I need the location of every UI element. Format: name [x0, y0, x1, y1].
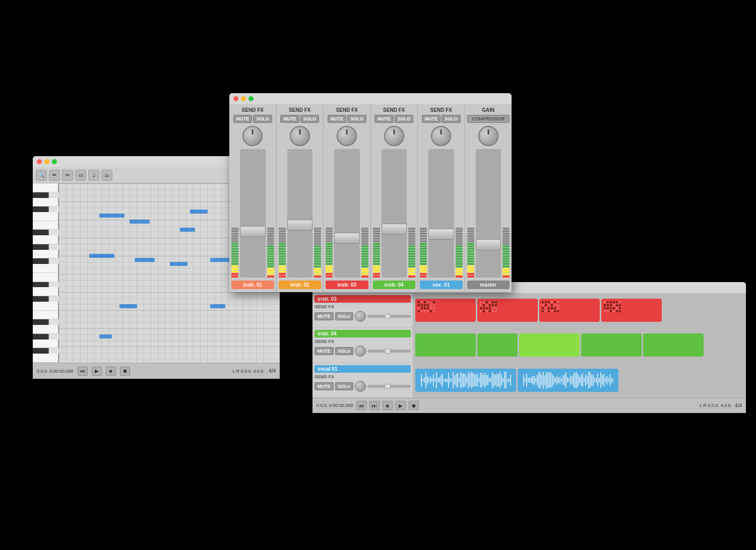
piano-key-black[interactable] [33, 192, 49, 198]
compressor-btn[interactable]: COMPRESSOR [467, 115, 510, 123]
clip[interactable] [477, 299, 538, 322]
pencil-tool[interactable]: ✏ [49, 170, 60, 181]
channel-knob[interactable] [242, 126, 263, 146]
solo-btn[interactable]: SOLO [347, 115, 366, 123]
piano-key[interactable] [33, 273, 59, 282]
fader-track[interactable] [287, 149, 313, 278]
rewind-btn[interactable]: ⏮ [356, 401, 366, 410]
record-btn[interactable]: ⏺ [409, 401, 419, 410]
fader-thumb[interactable] [240, 226, 266, 237]
mute-btn[interactable]: MUTE [328, 115, 347, 123]
piano-key[interactable] [33, 325, 59, 334]
piano-key[interactable] [33, 339, 59, 349]
track-solo-btn[interactable]: SOLo [335, 347, 353, 355]
fader-track[interactable] [428, 149, 454, 278]
piano-key-black[interactable] [33, 334, 49, 339]
track-mute-btn[interactable]: MUTE [314, 382, 334, 390]
note[interactable] [130, 220, 150, 224]
mute-btn[interactable]: MUTE [374, 115, 394, 123]
fader-thumb[interactable] [428, 229, 454, 240]
minimize-btn[interactable] [241, 96, 246, 101]
solo-btn[interactable]: SOLO [395, 115, 414, 123]
track-knob[interactable] [355, 346, 366, 357]
magnify-tool[interactable]: 🔍 [36, 170, 47, 181]
piano-key-black[interactable] [33, 230, 49, 235]
fader-thumb[interactable] [334, 233, 360, 244]
eraser-tool[interactable]: ✂ [62, 170, 73, 181]
channel-knob[interactable] [384, 126, 404, 146]
fader-thumb[interactable] [382, 224, 407, 235]
mute-btn[interactable]: MUTE [422, 115, 441, 123]
fader-track[interactable] [334, 149, 360, 278]
note[interactable] [210, 304, 225, 308]
clip[interactable] [415, 299, 476, 322]
fader-thumb[interactable] [476, 239, 501, 250]
track-mute-btn[interactable]: MUTE [314, 312, 334, 320]
piano-key-black[interactable] [33, 282, 49, 288]
maximize-btn[interactable] [248, 96, 254, 101]
solo-btn[interactable]: SOLO [253, 115, 272, 123]
play-btn[interactable]: ▶ [396, 401, 406, 410]
piano-key[interactable] [33, 221, 59, 230]
close-btn[interactable] [233, 96, 238, 101]
piano-key-black[interactable] [33, 244, 49, 250]
clip[interactable] [581, 333, 642, 357]
track-fader-thumb[interactable] [385, 314, 391, 319]
clip[interactable] [415, 333, 476, 357]
track-knob[interactable] [355, 311, 366, 322]
piano-key[interactable] [33, 354, 59, 363]
piano-key[interactable] [33, 311, 59, 320]
clip[interactable] [519, 333, 580, 357]
piano-key[interactable] [33, 198, 59, 207]
rewind-btn[interactable]: ⏮ [78, 367, 88, 376]
stop-btn[interactable]: ■ [106, 367, 116, 376]
channel-knob[interactable] [478, 126, 498, 146]
piano-key[interactable] [33, 287, 59, 296]
piano-key[interactable] [33, 212, 59, 221]
note[interactable] [99, 214, 124, 218]
piano-key[interactable] [33, 183, 59, 192]
piano-key-black[interactable] [33, 348, 49, 354]
minimize-btn[interactable] [44, 159, 49, 164]
clip[interactable] [477, 333, 518, 357]
waveform-clip[interactable] [415, 369, 516, 392]
select-tool[interactable]: ▭ [75, 170, 86, 181]
channel-knob[interactable] [431, 126, 451, 146]
track-fader-mini[interactable] [367, 350, 411, 353]
fader-track[interactable] [382, 149, 407, 278]
piano-key-black[interactable] [33, 319, 49, 325]
record-btn[interactable]: ⏺ [120, 367, 130, 376]
track-solo-btn[interactable]: SOLo [335, 312, 353, 320]
piano-key-black[interactable] [33, 207, 49, 212]
mute-btn[interactable]: MUTE [280, 115, 299, 123]
track-fader-mini[interactable] [367, 315, 411, 318]
mute-btn[interactable]: MUTE [233, 115, 253, 123]
piano-key[interactable] [33, 235, 59, 244]
note-tool[interactable]: ♩ [88, 170, 99, 181]
clip[interactable] [643, 333, 704, 357]
track-solo-btn[interactable]: SOLo [335, 382, 353, 390]
drum-tool[interactable]: ⚏ [101, 170, 112, 181]
track-fader-thumb[interactable] [385, 384, 391, 389]
fader-track[interactable] [476, 149, 501, 278]
clip[interactable] [539, 299, 600, 322]
solo-btn[interactable]: SOLO [442, 115, 461, 123]
track-mute-btn[interactable]: MUTE [314, 347, 334, 355]
fader-track[interactable] [240, 149, 266, 278]
waveform-clip[interactable] [518, 369, 618, 392]
piano-key[interactable] [33, 264, 59, 273]
piano-key-black[interactable] [33, 296, 49, 302]
stop-btn[interactable]: ■ [383, 401, 393, 410]
fader-thumb[interactable] [287, 220, 313, 231]
note[interactable] [135, 258, 155, 262]
piano-key[interactable] [33, 250, 59, 259]
piano-key[interactable] [33, 302, 59, 311]
solo-btn[interactable]: SOLO [300, 115, 320, 123]
piano-key-black[interactable] [33, 258, 49, 264]
maximize-btn[interactable] [52, 159, 57, 164]
track-fader-thumb[interactable] [385, 349, 391, 354]
channel-knob[interactable] [290, 126, 310, 146]
close-btn[interactable] [37, 159, 42, 164]
fast-fwd-btn[interactable]: ⏭ [369, 401, 380, 410]
track-knob[interactable] [355, 381, 366, 392]
